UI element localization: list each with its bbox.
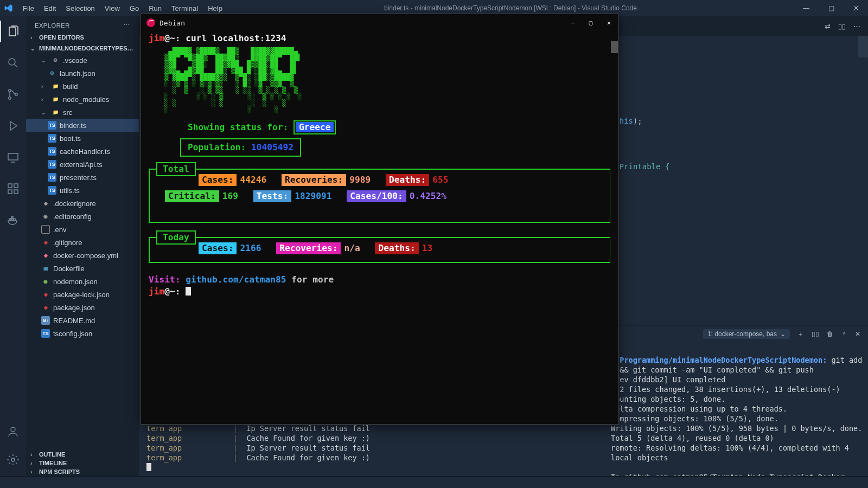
chevron-down-icon: ⌄ — [780, 330, 786, 338]
file-utils-ts[interactable]: TSutils.ts — [26, 184, 139, 197]
section-outline[interactable]: ›OUTLINE — [26, 450, 139, 459]
file-dockerignore[interactable]: ◆.dockerignore — [26, 197, 139, 210]
svg-point-0 — [9, 59, 15, 65]
svg-point-1 — [9, 89, 11, 92]
file-tree: ⌄⚙.vscode ⚙launch.json ›📁build ›📁node_mo… — [26, 54, 139, 450]
activitybar — [0, 16, 26, 476]
svg-rect-8 — [14, 184, 18, 188]
maximize-icon[interactable]: ▢ — [824, 4, 839, 12]
file-gitignore[interactable]: ◆.gitignore — [26, 236, 139, 249]
file-docker-compose[interactable]: ◆docker-compose.yml — [26, 249, 139, 262]
file-dockerfile[interactable]: ▣Dockerfile — [26, 262, 139, 275]
terminal-selector[interactable]: 1: docker-compose, bas⌄ — [703, 329, 790, 339]
statusbar — [0, 476, 868, 488]
debian-terminal-body[interactable]: jim@~: curl localhost:1234 ▄████▓ ▒████▒… — [141, 31, 618, 424]
folder-build[interactable]: ›📁build — [26, 80, 139, 93]
population-box: Population: 10405492 — [180, 138, 301, 157]
menu-go[interactable]: Go — [125, 2, 143, 15]
stat-cases-label: Cases: — [199, 242, 237, 254]
file-cachehandler-ts[interactable]: TScacheHandler.ts — [26, 145, 139, 158]
scrollbar[interactable] — [610, 31, 618, 424]
window-title: binder.ts - minimalNodeDockerTypeScriptN… — [227, 4, 794, 12]
account-icon[interactable] — [0, 421, 26, 442]
minimize-icon[interactable]: — — [571, 19, 575, 27]
close-icon[interactable]: ✕ — [848, 4, 864, 12]
section-timeline[interactable]: ›TIMELINE — [26, 459, 139, 467]
menu-edit[interactable]: Edit — [40, 2, 60, 15]
folder-vscode[interactable]: ⌄⚙.vscode — [26, 54, 139, 67]
file-externalapi-ts[interactable]: TSexternalApi.ts — [26, 158, 139, 171]
ascii-art: ▄████▓ ▒████▒ ██▒ █▓██▓▓█████▄ ▒██▀ ▀█▒█… — [161, 48, 611, 113]
svg-point-14 — [11, 458, 15, 461]
section-npm-scripts[interactable]: ›NPM SCRIPTS — [26, 467, 139, 476]
stat-recoveries-label: Recoveries: — [276, 242, 341, 254]
explorer-title: EXPLORER — [35, 22, 70, 29]
svg-rect-6 — [8, 190, 12, 194]
file-binder-ts[interactable]: TSbinder.ts — [26, 119, 139, 132]
explorer-icon[interactable] — [0, 21, 26, 42]
scm-icon[interactable] — [0, 84, 26, 105]
file-nodemon-json[interactable]: ◉nodemon.json — [26, 275, 139, 288]
close-icon[interactable]: ✕ — [607, 19, 611, 27]
split-icon[interactable]: ▯▯ — [838, 22, 846, 30]
stat-deaths-label: Deaths: — [386, 174, 429, 186]
visit-line: Visit: github.com/catman85 for more — [149, 274, 611, 286]
split-terminal-icon[interactable]: ▯▯ — [812, 330, 819, 338]
svg-point-3 — [15, 93, 17, 95]
svg-rect-4 — [8, 153, 18, 160]
more-icon[interactable]: ⋯ — [124, 22, 130, 29]
svg-rect-9 — [9, 219, 11, 220]
section-project[interactable]: ⌄MINIMALNODEDOCKERTYPES… — [26, 43, 139, 54]
stat-recoveries-label: Recoveries: — [282, 174, 346, 186]
menu-view[interactable]: View — [100, 2, 124, 15]
menu-selection[interactable]: Selection — [61, 2, 99, 15]
debian-terminal-window: Debian — ▢ ✕ jim@~: curl localhost:1234 … — [141, 14, 618, 424]
menu-run[interactable]: Run — [144, 2, 166, 15]
file-launch-json[interactable]: ⚙launch.json — [26, 67, 139, 80]
file-tsconfig[interactable]: TStsconfig.json — [26, 327, 139, 340]
svg-rect-11 — [14, 219, 15, 220]
more-icon[interactable]: ⋯ — [853, 22, 860, 30]
maximize-panel-icon[interactable]: ＾ — [841, 330, 847, 339]
menu-file[interactable]: File — [18, 2, 39, 15]
total-section: Total Cases:44246 Recoveries:9989 Deaths… — [149, 169, 611, 223]
file-package-json[interactable]: ◆package.json — [26, 301, 139, 314]
cursor — [186, 287, 191, 296]
extensions-icon[interactable] — [0, 178, 26, 200]
file-editorconfig[interactable]: ◉.editorconfig — [26, 210, 139, 223]
docker-icon[interactable] — [0, 209, 26, 231]
kill-terminal-icon[interactable]: 🗑 — [827, 330, 833, 338]
sidebar: EXPLORER ⋯ ›OPEN EDITORS ⌄MINIMALNODEDOC… — [26, 16, 139, 476]
remote-icon[interactable] — [0, 146, 26, 168]
file-boot-ts[interactable]: TSboot.ts — [26, 132, 139, 145]
file-package-lock[interactable]: ◆package-lock.json — [26, 288, 139, 301]
stat-tests-label: Tests: — [253, 190, 291, 202]
menu-help[interactable]: Help — [203, 2, 227, 15]
file-presenter-ts[interactable]: TSpresenter.ts — [26, 171, 139, 184]
search-icon[interactable] — [0, 52, 26, 74]
gear-icon[interactable] — [0, 449, 26, 471]
terminal-right[interactable]: ~/Programming/minimalNodeDockerTypeScrip… — [611, 345, 863, 485]
minimize-icon[interactable]: — — [799, 4, 814, 12]
stat-deaths-label: Deaths: — [375, 242, 418, 254]
vscode-logo-icon — [4, 4, 13, 12]
folder-src[interactable]: ⌄📁src — [26, 106, 139, 119]
debian-titlebar[interactable]: Debian — ▢ ✕ — [141, 14, 618, 31]
menu-terminal[interactable]: Terminal — [167, 2, 202, 15]
svg-rect-7 — [14, 190, 18, 194]
file-readme[interactable]: M↓README.md — [26, 314, 139, 327]
menubar: File Edit Selection View Go Run Terminal… — [18, 2, 227, 15]
svg-rect-12 — [11, 216, 13, 218]
debug-icon[interactable] — [0, 115, 26, 137]
file-env[interactable]: .env — [26, 223, 139, 236]
country-badge: Greece — [296, 122, 334, 132]
svg-point-13 — [11, 427, 15, 432]
folder-node-modules[interactable]: ›📁node_modules — [26, 93, 139, 106]
stat-per100-label: Cases/100: — [347, 190, 406, 202]
debian-title: Debian — [159, 19, 185, 27]
new-terminal-icon[interactable]: ＋ — [797, 330, 804, 339]
compare-icon[interactable]: ⇄ — [825, 22, 831, 30]
close-panel-icon[interactable]: ✕ — [855, 330, 860, 338]
maximize-icon[interactable]: ▢ — [589, 19, 593, 27]
section-open-editors[interactable]: ›OPEN EDITORS — [26, 32, 139, 43]
